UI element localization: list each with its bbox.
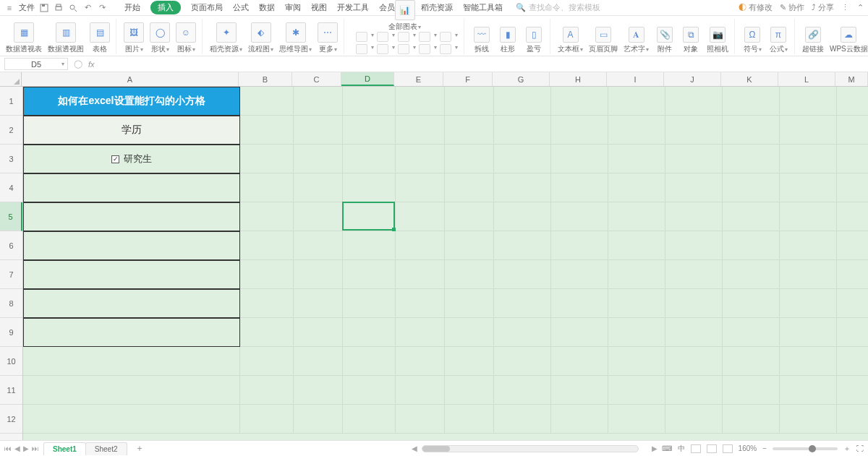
cell[interactable] (494, 116, 551, 145)
select-all-corner[interactable] (0, 72, 22, 87)
fx-icon[interactable]: fx (88, 60, 95, 69)
row-header-11[interactable]: 11 (0, 376, 22, 405)
tab-home[interactable]: 开始 (124, 1, 140, 14)
cell[interactable] (294, 347, 343, 376)
cell[interactable] (837, 318, 868, 347)
more-menu-icon[interactable]: ⋮ (841, 3, 850, 12)
cell[interactable] (723, 289, 780, 318)
more-resources-button[interactable]: ⋯ 更多▾ (318, 22, 338, 54)
cell[interactable] (608, 173, 665, 202)
cell[interactable] (780, 173, 837, 202)
last-sheet-icon[interactable]: ⏭ (32, 444, 39, 452)
row-header-3[interactable]: 3 (0, 145, 22, 173)
cell[interactable] (343, 87, 396, 116)
cell[interactable] (396, 145, 445, 173)
row-header-4[interactable]: 4 (0, 173, 22, 202)
cell[interactable] (665, 87, 723, 116)
cell[interactable] (551, 347, 608, 376)
pivot-table-button[interactable]: ▦ 数据透视表 (6, 22, 42, 54)
cell[interactable] (294, 173, 343, 202)
cell[interactable] (294, 202, 343, 231)
cell[interactable] (551, 231, 608, 260)
cell[interactable] (551, 318, 608, 347)
cell[interactable] (665, 376, 723, 405)
shapes-button[interactable]: ◯ 形状▾ (150, 22, 170, 54)
cell[interactable] (837, 116, 868, 145)
cell-grid[interactable]: 如何在excel设置能打勾的小方格学历✓研究生 (23, 87, 868, 440)
share-button[interactable]: ⤴ 分享 (812, 2, 834, 13)
prev-sheet-icon[interactable]: ◀ (14, 444, 20, 452)
save-icon[interactable] (39, 3, 49, 13)
cell[interactable] (240, 116, 294, 145)
cell[interactable] (665, 145, 723, 173)
cell[interactable] (343, 405, 396, 434)
cell[interactable] (445, 405, 494, 434)
cell[interactable] (551, 145, 608, 173)
first-sheet-icon[interactable]: ⏮ (4, 444, 12, 452)
hyperlink-button[interactable]: 🔗 超链接 (802, 27, 824, 54)
cell[interactable] (780, 202, 837, 231)
cell[interactable] (780, 87, 837, 116)
row-header-8[interactable]: 8 (0, 289, 22, 318)
cell[interactable] (494, 376, 551, 405)
cell[interactable] (780, 376, 837, 405)
cell[interactable] (780, 289, 837, 318)
cell[interactable] (837, 376, 868, 405)
cell[interactable] (343, 376, 396, 405)
fx-cancel-icon[interactable]: ◯ (74, 59, 82, 69)
cell[interactable] (494, 202, 551, 231)
cell-A6[interactable] (23, 231, 240, 260)
cell[interactable] (396, 289, 445, 318)
cell[interactable] (343, 231, 396, 260)
cell[interactable] (723, 405, 780, 434)
tab-page-layout[interactable]: 页面布局 (191, 1, 223, 14)
cell[interactable] (608, 289, 665, 318)
cell[interactable] (396, 173, 445, 202)
cell[interactable] (780, 116, 837, 145)
cell[interactable] (665, 173, 723, 202)
cell[interactable] (240, 260, 294, 289)
zoom-in-icon[interactable]: ＋ (843, 444, 851, 454)
header-footer-button[interactable]: ▭ 页眉页脚 (589, 27, 618, 54)
cell[interactable] (608, 202, 665, 231)
cell[interactable] (445, 376, 494, 405)
cell[interactable] (240, 289, 294, 318)
cell-A8[interactable] (23, 289, 240, 318)
cell[interactable] (837, 145, 868, 173)
cell[interactable] (608, 145, 665, 173)
cell-A5[interactable] (23, 202, 240, 231)
changes-indicator[interactable]: ◐ 有修改 (739, 2, 773, 13)
cell[interactable] (396, 87, 445, 116)
cell[interactable] (780, 231, 837, 260)
cell[interactable] (494, 173, 551, 202)
cell[interactable] (23, 347, 240, 376)
row-header-2[interactable]: 2 (0, 116, 22, 145)
equation-button[interactable]: π 公式▾ (768, 27, 788, 54)
hscroll-left-icon[interactable]: ◀ (412, 444, 417, 452)
col-header-J[interactable]: J (664, 72, 721, 86)
zoom-slider[interactable] (773, 447, 838, 450)
bar-chart-icon[interactable] (356, 32, 367, 42)
symbol-button[interactable]: Ω 符号▾ (742, 27, 762, 54)
object-button[interactable]: ⧉ 对象 (681, 27, 701, 54)
checkbox-control[interactable]: ✓研究生 (111, 152, 152, 165)
cell[interactable] (494, 405, 551, 434)
cell[interactable] (665, 347, 723, 376)
flowchart-button[interactable]: ⬖ 流程图▾ (248, 22, 273, 54)
cell[interactable] (665, 405, 723, 434)
cell[interactable] (396, 347, 445, 376)
cell[interactable] (837, 347, 868, 376)
cell[interactable] (608, 116, 665, 145)
cell[interactable] (240, 405, 294, 434)
camera-button[interactable]: 📷 照相机 (707, 27, 728, 54)
cell[interactable] (240, 376, 294, 405)
row-header-5[interactable]: 5 (0, 202, 22, 231)
cell[interactable] (445, 173, 494, 202)
cell[interactable] (343, 318, 396, 347)
tab-data[interactable]: 数据 (259, 1, 275, 14)
cell[interactable] (837, 202, 868, 231)
pie-chart-icon[interactable] (398, 32, 409, 42)
dk-resource-button[interactable]: ✦ 稻壳资源▾ (210, 22, 242, 54)
cell[interactable] (294, 405, 343, 434)
cell[interactable] (723, 116, 780, 145)
